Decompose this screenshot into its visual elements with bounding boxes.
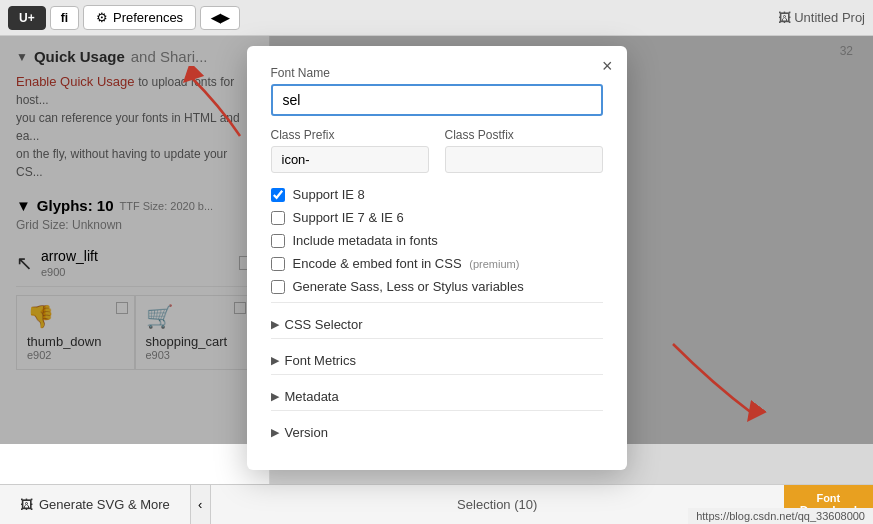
premium-badge: (premium)	[469, 258, 519, 270]
project-icon: 🖼	[778, 10, 791, 25]
metadata-section: ▶ Metadata	[271, 374, 603, 410]
sass-checkbox[interactable]	[271, 280, 285, 294]
sass-row: Generate Sass, Less or Stylus variables	[271, 279, 603, 294]
btn-preferences[interactable]: ⚙ Preferences	[83, 5, 196, 30]
font-metrics-header[interactable]: ▶ Font Metrics	[271, 349, 603, 372]
class-prefix-label: Class Prefix	[271, 128, 429, 142]
version-label: Version	[285, 425, 328, 440]
include-metadata-row: Include metadata in fonts	[271, 233, 603, 248]
btn-u-plus[interactable]: U+	[8, 6, 46, 30]
modal-close-button[interactable]: ×	[602, 56, 613, 77]
record-icon: ◀▶	[211, 11, 229, 25]
modal-overlay: × Font Name Class Prefix Class Postfix S…	[0, 36, 873, 444]
btn-preferences-label: Preferences	[113, 10, 183, 25]
font-name-input[interactable]	[271, 84, 603, 116]
main-content: ▼ Quick Usage and Shari... Enable Quick …	[0, 36, 873, 484]
font-metrics-section: ▶ Font Metrics	[271, 338, 603, 374]
btn-fi[interactable]: fi	[50, 6, 79, 30]
version-section: ▶ Version	[271, 410, 603, 446]
project-title: 🖼 Untitled Proj	[778, 10, 865, 25]
bottom-bar: 🖼 Generate SVG & More ‹ Selection (10) F…	[0, 484, 873, 524]
btn-fi-label: fi	[61, 11, 68, 25]
font-metrics-chevron: ▶	[271, 354, 279, 367]
css-selector-section: ▶ CSS Selector	[271, 302, 603, 338]
support-ie8-row: Support IE 8	[271, 187, 603, 202]
collapse-btn[interactable]: ‹	[191, 485, 211, 524]
metadata-header[interactable]: ▶ Metadata	[271, 385, 603, 408]
include-metadata-checkbox[interactable]	[271, 234, 285, 248]
sass-label[interactable]: Generate Sass, Less or Stylus variables	[293, 279, 524, 294]
include-metadata-label[interactable]: Include metadata in fonts	[293, 233, 438, 248]
metadata-label: Metadata	[285, 389, 339, 404]
class-postfix-label: Class Postfix	[445, 128, 603, 142]
support-ie76-label[interactable]: Support IE 7 & IE 6	[293, 210, 404, 225]
css-selector-chevron: ▶	[271, 318, 279, 331]
support-ie76-row: Support IE 7 & IE 6	[271, 210, 603, 225]
btn-u-plus-label: U+	[19, 11, 35, 25]
class-prefix-group: Class Prefix	[271, 128, 429, 173]
btn-record[interactable]: ◀▶	[200, 6, 240, 30]
css-selector-label: CSS Selector	[285, 317, 363, 332]
generate-svg-button[interactable]: 🖼 Generate SVG & More	[0, 485, 191, 524]
generate-svg-label: Generate SVG & More	[39, 497, 170, 512]
metadata-chevron: ▶	[271, 390, 279, 403]
class-postfix-group: Class Postfix	[445, 128, 603, 173]
css-selector-header[interactable]: ▶ CSS Selector	[271, 313, 603, 336]
support-ie8-checkbox[interactable]	[271, 188, 285, 202]
url-bar: https://blog.csdn.net/qq_33608000	[688, 508, 873, 524]
version-chevron: ▶	[271, 426, 279, 439]
preferences-modal: × Font Name Class Prefix Class Postfix S…	[247, 46, 627, 470]
font-metrics-label: Font Metrics	[285, 353, 357, 368]
class-postfix-input[interactable]	[445, 146, 603, 173]
gear-icon: ⚙	[96, 10, 108, 25]
encode-embed-checkbox[interactable]	[271, 257, 285, 271]
class-prefix-input[interactable]	[271, 146, 429, 173]
font-label: Font	[816, 492, 840, 504]
support-ie8-label[interactable]: Support IE 8	[293, 187, 365, 202]
encode-embed-row: Encode & embed font in CSS (premium)	[271, 256, 603, 271]
image-icon: 🖼	[20, 497, 33, 512]
toolbar: U+ fi ⚙ Preferences ◀▶ 🖼 Untitled Proj	[0, 0, 873, 36]
font-name-label: Font Name	[271, 66, 603, 80]
version-header[interactable]: ▶ Version	[271, 421, 603, 444]
support-ie76-checkbox[interactable]	[271, 211, 285, 225]
encode-embed-label: Encode & embed font in CSS (premium)	[293, 256, 520, 271]
prefix-postfix-row: Class Prefix Class Postfix	[271, 128, 603, 173]
